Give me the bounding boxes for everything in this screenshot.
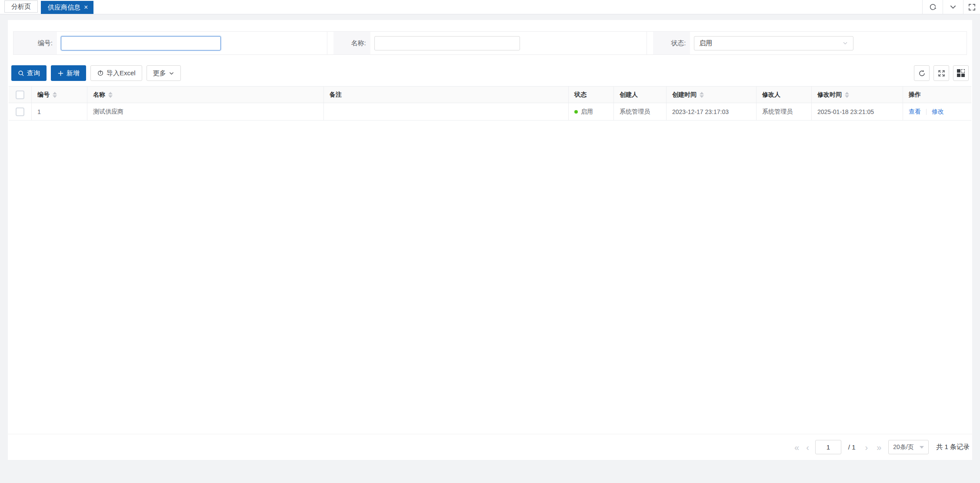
- caret-down-icon: [920, 446, 924, 449]
- field-group-name: 名称:: [327, 32, 647, 54]
- tabbar-actions: [922, 0, 980, 14]
- name-field-label: 名称:: [333, 32, 370, 54]
- header-status: 状态: [569, 87, 614, 103]
- header-name[interactable]: 名称: [87, 87, 324, 103]
- column-settings-icon[interactable]: [953, 65, 969, 81]
- number-input[interactable]: [61, 36, 221, 50]
- cell-name: 测试供应商: [87, 103, 324, 120]
- more-button-label: 更多: [153, 69, 166, 77]
- search-icon: [18, 70, 24, 77]
- edit-link[interactable]: 修改: [932, 108, 944, 116]
- status-badge: 启用: [581, 108, 593, 116]
- status-dot: [574, 110, 578, 114]
- fullscreen-icon[interactable]: [963, 0, 980, 14]
- cell-number: 1: [32, 103, 87, 120]
- chevron-down-icon: [169, 70, 174, 76]
- table-tools: [914, 65, 969, 81]
- toolbar: 查询 新增 导入Excel 更多: [11, 65, 969, 81]
- cell-status: 启用: [569, 103, 614, 120]
- sort-icon[interactable]: [108, 92, 113, 98]
- sort-icon[interactable]: [53, 92, 57, 98]
- header-created-at[interactable]: 创建时间: [667, 87, 757, 103]
- cell-created-at: 2023-12-17 23:17:03: [667, 103, 757, 120]
- name-input[interactable]: [374, 36, 520, 50]
- page-size-select[interactable]: 20条/页: [888, 440, 929, 454]
- action-divider: [926, 109, 927, 115]
- chevron-down-icon: [842, 40, 848, 46]
- query-button[interactable]: 查询: [11, 65, 47, 81]
- page-number-input[interactable]: 1: [815, 440, 841, 454]
- header-number[interactable]: 编号: [32, 87, 87, 103]
- search-form: 编号: 名称: 状态: 启用: [13, 31, 967, 55]
- close-icon[interactable]: ×: [84, 4, 88, 11]
- prev-page-icon[interactable]: ‹: [806, 443, 809, 452]
- row-checkbox[interactable]: [16, 107, 24, 116]
- first-page-icon[interactable]: «: [794, 443, 798, 452]
- add-button-label: 新增: [67, 69, 80, 77]
- plus-icon: [57, 70, 64, 77]
- fullscreen-expand-icon[interactable]: [933, 65, 949, 81]
- header-remark: 备注: [324, 87, 569, 103]
- import-excel-label: 导入Excel: [107, 69, 136, 77]
- chevron-down-icon[interactable]: [943, 0, 963, 14]
- view-link[interactable]: 查看: [909, 108, 921, 116]
- pagination: « ‹ 1 / 1 › » 20条/页 共 1 条记录: [8, 434, 972, 460]
- field-group-status: 状态: 启用: [647, 32, 967, 54]
- tab-supplier-info[interactable]: 供应商信息 ×: [41, 1, 93, 14]
- table-row: 1 测试供应商 启用 系统管理员 2023-12-17 23:17:03 系统管…: [9, 103, 971, 121]
- cell-actions: 查看 修改: [903, 103, 971, 120]
- header-modified-at[interactable]: 修改时间: [812, 87, 903, 103]
- status-select[interactable]: 启用: [694, 36, 853, 50]
- reload-icon[interactable]: [922, 0, 943, 14]
- tab-label: 分析页: [11, 3, 31, 11]
- status-select-value: 启用: [699, 39, 712, 47]
- grid-icon: [957, 69, 965, 77]
- more-button[interactable]: 更多: [147, 65, 181, 81]
- last-page-icon[interactable]: »: [877, 443, 880, 452]
- status-field-label: 状态:: [653, 32, 690, 54]
- header-creator: 创建人: [614, 87, 667, 103]
- number-field-label: 编号:: [13, 32, 57, 54]
- header-actions: 操作: [903, 87, 971, 103]
- table-header-row: 编号 名称 备注 状态 创建人 创建时间 修改人: [9, 86, 971, 103]
- tab-bar: 分析页 供应商信息 ×: [0, 0, 980, 14]
- add-button[interactable]: 新增: [51, 65, 86, 81]
- cell-modified-at: 2025-01-18 23:21:05: [812, 103, 903, 120]
- total-pages-label: / 1: [848, 443, 856, 451]
- content-card: 编号: 名称: 状态: 启用: [8, 20, 972, 460]
- query-button-label: 查询: [27, 69, 40, 77]
- row-checkbox-cell: [9, 103, 32, 120]
- field-group-number: 编号:: [13, 32, 327, 54]
- page-size-value: 20条/页: [893, 443, 913, 451]
- header-modifier: 修改人: [757, 87, 812, 103]
- table-empty-space: [8, 121, 972, 434]
- cell-modifier: 系统管理员: [757, 103, 812, 120]
- supplier-table: 编号 名称 备注 状态 创建人 创建时间 修改人: [9, 86, 971, 121]
- refresh-icon[interactable]: [914, 65, 930, 81]
- import-excel-button[interactable]: 导入Excel: [90, 65, 142, 81]
- next-page-icon[interactable]: ›: [865, 443, 868, 452]
- cell-remark: [324, 103, 569, 120]
- cell-creator: 系统管理员: [614, 103, 667, 120]
- tab-label: 供应商信息: [48, 3, 80, 12]
- upload-icon: [97, 70, 104, 77]
- sort-icon[interactable]: [700, 92, 704, 98]
- select-all-checkbox[interactable]: [16, 91, 24, 99]
- tab-analysis-page[interactable]: 分析页: [4, 0, 38, 13]
- header-checkbox-cell: [9, 87, 32, 103]
- sort-icon[interactable]: [845, 92, 849, 98]
- total-records-label: 共 1 条记录: [936, 443, 970, 451]
